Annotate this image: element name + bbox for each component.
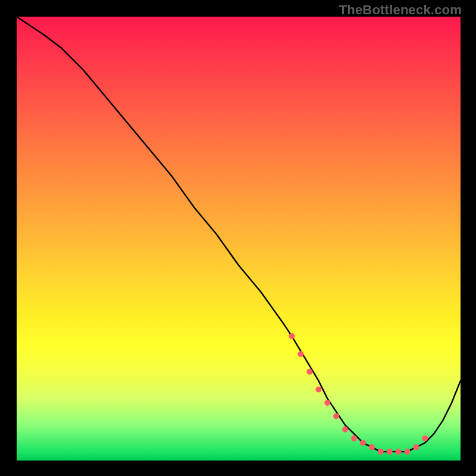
curve-markers [289,333,428,455]
curve-marker [289,333,295,339]
curve-marker [422,436,428,441]
curve-layer [17,17,461,461]
curve-marker [405,449,411,455]
watermark-text: TheBottleneck.com [339,2,462,18]
curve-marker [369,444,375,450]
curve-marker [333,413,339,419]
curve-marker [324,400,330,406]
curve-marker [396,449,402,455]
curve-marker [387,449,393,455]
curve-marker [315,387,321,393]
curve-marker [378,449,384,455]
curve-marker [351,436,357,441]
curve-marker [413,444,419,450]
curve-marker [298,351,303,357]
bottleneck-curve [17,17,461,452]
curve-marker [360,440,366,446]
chart-frame: TheBottleneck.com [0,0,476,476]
curve-marker [306,369,312,375]
curve-marker [342,427,348,433]
